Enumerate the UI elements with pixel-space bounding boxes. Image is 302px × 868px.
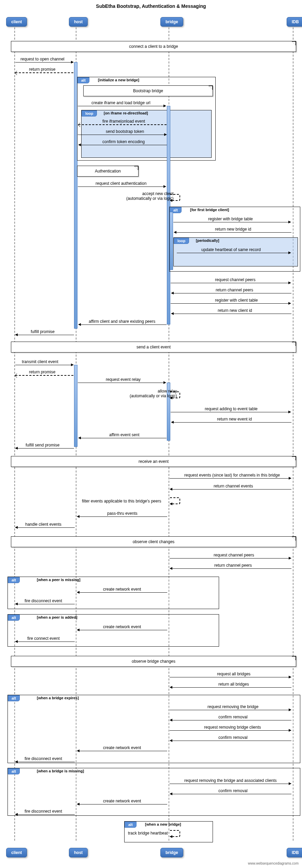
- actor-host-top: host: [69, 17, 88, 27]
- msg-conf-rm-1: confirm removal: [218, 715, 247, 719]
- msg-conf-rm-2: confirm removal: [218, 735, 247, 740]
- msg-confirm-token: confirm token encoding: [102, 139, 145, 144]
- msg-pass-thru: pass-thru events: [107, 511, 138, 516]
- msg-handle: handle client events: [25, 522, 61, 527]
- msg-req-rm-assoc: request removing the bridge and associat…: [184, 778, 277, 783]
- actor-host-bot: host: [69, 848, 88, 857]
- frame-tag-alt-5: alt: [8, 695, 20, 701]
- arrow-affirm-client: [78, 325, 167, 325]
- arrow-create-net-3: [77, 751, 167, 751]
- actor-client-bot: client: [6, 848, 27, 857]
- frame-tag-loop-2: loop: [174, 238, 189, 244]
- msg-ret-bridges: return all bridges: [218, 682, 249, 687]
- self-track: [170, 830, 180, 837]
- arrow-reg-bridge: [173, 222, 291, 222]
- arrow-reg-client: [171, 303, 291, 304]
- msg-send-token: send bootstrap token: [106, 129, 144, 134]
- msg-ret-event-id: return new event id: [217, 417, 252, 422]
- note-obs-bridge: observe bridge changes: [11, 656, 296, 667]
- actor-client-top: client: [6, 17, 27, 27]
- arrow-ret-event-id: [171, 422, 291, 423]
- actor-bridge-top: bridge: [160, 17, 183, 27]
- msg-fulfill-1: fulfill promise: [31, 329, 55, 334]
- msg-ret-promise-1: return promise: [29, 67, 55, 72]
- diagram-title: SubEtha Bootstrap, Authentication & Mess…: [0, 3, 302, 9]
- msg-reg-bridge: register with bridge table: [208, 217, 253, 221]
- arrow-fulfill-1: [15, 335, 74, 335]
- arrow-handle: [15, 527, 75, 528]
- frame-tag-loop-1: loop: [82, 110, 97, 116]
- actor-idb-top: IDB: [287, 17, 302, 27]
- arrow-ret-client: [171, 314, 291, 314]
- msg-create-net-1: create network event: [103, 587, 141, 592]
- msg-ret-client: return new client id: [218, 308, 252, 313]
- arrow-req-relay: [78, 383, 166, 383]
- arrow-ret-bridges: [170, 687, 291, 688]
- frame-tag-alt-3: alt: [8, 577, 20, 583]
- msg-accept-new: accept new client (automatically or via …: [126, 191, 174, 201]
- note-send: send a client event: [11, 342, 296, 353]
- arrow-req-peers-1: [171, 283, 291, 283]
- arrow-fire-iframe: [78, 124, 167, 125]
- frame-tag-alt-4: alt: [8, 615, 20, 621]
- activation-bridge-2: [170, 212, 173, 270]
- msg-transmit: transmit client event: [22, 359, 58, 364]
- msg-req-peers-1: request channel peers: [215, 277, 256, 282]
- self-filter: [170, 497, 180, 504]
- arrow-conf-rm-3: [170, 794, 291, 794]
- msg-req-relay: request event relay: [106, 377, 141, 382]
- self-accept: [170, 194, 180, 201]
- cond-bridge-miss: [when a bridge is missing]: [37, 769, 84, 773]
- arrow-ret-bridge: [174, 232, 291, 233]
- msg-affirm-client: affirm client and share existing peers: [89, 319, 155, 324]
- cond-peer-add: [when a peer is added]: [37, 615, 77, 619]
- actor-idb-bot: IDB: [287, 848, 302, 857]
- arrow-fire-disc-2: [15, 762, 75, 762]
- footer-credit: www.websequencediagrams.com: [248, 862, 299, 865]
- arrow-pass-thru: [77, 516, 167, 517]
- note-connect: connect a client to a bridge: [11, 41, 296, 52]
- msg-filter: filter events applicable to this bridge'…: [82, 499, 161, 504]
- arrow-req-add-event: [171, 412, 291, 412]
- arrow-req-rm-bridge: [170, 710, 291, 710]
- msg-fire-disc-2: fire disconnect event: [25, 756, 62, 761]
- arrow-affirm-sent: [78, 438, 167, 438]
- activation-host-2: [74, 365, 77, 447]
- actor-bridge-bot: bridge: [160, 848, 183, 857]
- note-obs-client: observe client changes: [11, 536, 296, 547]
- msg-create-iframe: create iframe and load bridge url: [91, 100, 150, 105]
- arrow-conf-rm-1: [170, 720, 291, 720]
- msg-fire-disc-1: fire disconnect event: [25, 598, 62, 603]
- msg-ret-bridge: return new bridge id: [215, 227, 251, 232]
- arrow-conf-rm-2: [170, 741, 291, 741]
- arrow-ret-peers-2: [170, 568, 291, 569]
- arrow-req-events: [170, 478, 291, 479]
- arrow-ret-promise-2: [15, 375, 73, 376]
- cond-bridge-exp: [when a bridge expires]: [37, 696, 79, 700]
- note-receive: receive an event: [11, 456, 296, 467]
- msg-fulfill-send: fulfill send promise: [26, 443, 59, 447]
- cond-init: [initialize a new bridge]: [98, 78, 139, 82]
- cond-periodic: [periodically]: [196, 238, 219, 243]
- arrow-ret-events: [170, 489, 291, 490]
- msg-ret-events: return channel events: [214, 484, 253, 488]
- frame-tag-alt-6: alt: [8, 768, 20, 774]
- arrow-ret-promise-1: [15, 72, 73, 73]
- arrow-fire-conn: [15, 642, 75, 642]
- arrow-req-peers-2: [170, 558, 291, 559]
- msg-reg-client: register with client table: [215, 298, 258, 303]
- arrow-create-iframe: [78, 106, 166, 106]
- msg-req-open: request to open channel: [20, 57, 64, 61]
- msg-req-bridges: request all bridges: [217, 672, 250, 676]
- arrow-create-net-4: [77, 804, 167, 804]
- msg-fire-iframe: fire iframe|onload event: [102, 119, 145, 124]
- msg-ret-peers-1: return channel peers: [216, 288, 253, 292]
- frame-alt-bridge-miss: alt [when a bridge is missing]: [8, 768, 300, 816]
- sequence-diagram: SubEtha Bootstrap, Authentication & Mess…: [0, 0, 302, 868]
- msg-req-add-event: request adding to event table: [205, 407, 258, 411]
- msg-conf-rm-3: confirm removal: [218, 788, 247, 793]
- arrow-ret-peers-1: [171, 293, 291, 293]
- frame-loop-iframe: loop [on iframe re-direct/load]: [81, 110, 212, 158]
- arrow-fulfill-send: [15, 448, 74, 449]
- msg-req-peers-2: request channel peers: [214, 553, 254, 557]
